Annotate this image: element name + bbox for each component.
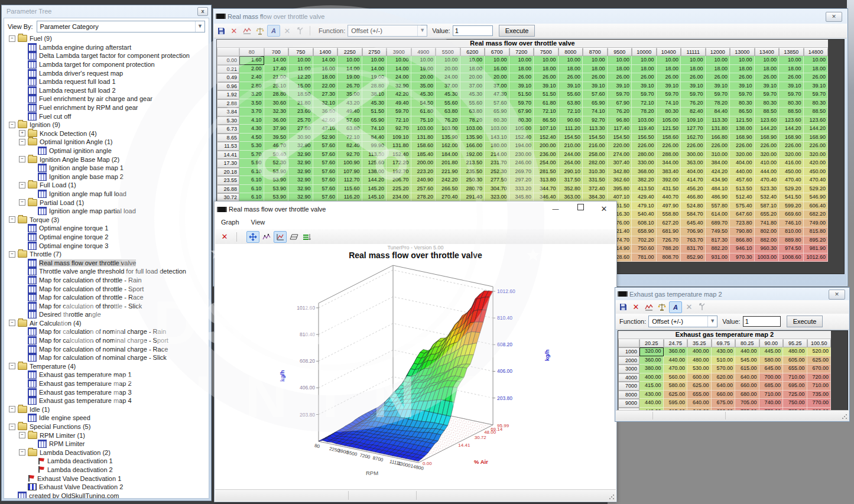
flow-window-titlebar[interactable]: Real mass flow over throttle valve ✕	[213, 9, 847, 24]
table-cell[interactable]: 352.80	[558, 185, 583, 194]
table-cell[interactable]: 26.00	[558, 73, 583, 82]
table-cell[interactable]: 440.00	[664, 356, 688, 365]
table-cell[interactable]: 39.10	[779, 82, 804, 91]
table-cell[interactable]: 685.00	[759, 382, 784, 391]
table-cell[interactable]: 404.00	[681, 168, 706, 177]
table-cell[interactable]: 27.30	[313, 90, 338, 99]
table-cell[interactable]: 214.00	[485, 151, 509, 160]
table-cell[interactable]: 529.20	[779, 185, 804, 194]
table-cell[interactable]: 660.00	[712, 391, 736, 399]
table-cell[interactable]: 35.00	[337, 90, 362, 99]
tree-item[interactable]: Lambda request full load 1	[4, 77, 209, 86]
tree-item[interactable]: −Lambda Deactivation (2)	[4, 448, 209, 457]
table-cell[interactable]: 599.20	[779, 202, 804, 211]
table-cell[interactable]: 80.30	[804, 99, 829, 108]
table-cell[interactable]: 24.00	[387, 73, 411, 82]
menu-view[interactable]: View	[245, 217, 271, 229]
table-cell[interactable]: 317.50	[558, 176, 583, 185]
table-cell[interactable]: 154.50	[583, 134, 608, 142]
table-cell[interactable]: 320.00	[779, 151, 804, 160]
table-cell[interactable]: 277.50	[485, 176, 509, 185]
table-cell[interactable]: 59.70	[755, 90, 780, 99]
table-cell[interactable]: 1003.00	[755, 253, 780, 262]
table-cell[interactable]: 702.20	[632, 236, 657, 245]
table-cell[interactable]: 112.70	[337, 176, 362, 185]
table-cell[interactable]: 484.10	[706, 185, 730, 194]
table-cell[interactable]: 655.00	[687, 391, 712, 399]
table-cell[interactable]: 700.00	[759, 373, 784, 382]
table-cell[interactable]: 105.00	[657, 116, 681, 125]
table-cell[interactable]: 22.00	[313, 82, 338, 91]
table-cell[interactable]: 342.80	[608, 168, 632, 177]
table-cell[interactable]: 180.00	[485, 142, 509, 151]
tree-item[interactable]: Exhaust gas temperature map 1	[4, 370, 209, 379]
table-cell[interactable]: 162.00	[436, 142, 460, 151]
collapse-icon[interactable]: −	[19, 432, 25, 438]
tree-item[interactable]: Lambda driver's request map	[4, 69, 209, 77]
table-cell[interactable]: 246.00	[509, 159, 534, 168]
table-cell[interactable]: 39.10	[509, 82, 534, 91]
table-cell[interactable]: 320.00	[639, 347, 664, 356]
table-cell[interactable]: 280.00	[632, 151, 657, 160]
table-cell[interactable]: 57.60	[313, 159, 338, 168]
table-cell[interactable]: 18.00	[755, 65, 780, 74]
view-by-select[interactable]: Parameter Category ▼	[37, 21, 205, 32]
table-cell[interactable]: 74.10	[362, 125, 387, 134]
table-cell[interactable]: 99.90	[362, 142, 387, 151]
table-cell[interactable]: 80.30	[485, 116, 509, 125]
table-cell[interactable]: 166.00	[460, 142, 485, 151]
function-select[interactable]: Offset (+/-) ▼	[648, 316, 717, 327]
table-cell[interactable]: 72.10	[558, 108, 583, 116]
table-cell[interactable]: 725.00	[783, 391, 807, 399]
table-cell[interactable]: 78.20	[632, 108, 657, 116]
table-cell[interactable]: 172.20	[387, 159, 411, 168]
table-cell[interactable]: 135.90	[436, 134, 460, 142]
save-icon[interactable]	[215, 25, 227, 36]
table-cell[interactable]: 470.40	[804, 176, 829, 185]
table-cell[interactable]: 107.90	[337, 168, 362, 177]
table-cell[interactable]: 32.90	[387, 82, 411, 91]
tree-item[interactable]: −Fuel (9)	[4, 34, 209, 43]
table-cell[interactable]: 20.00	[411, 73, 436, 82]
table-cell[interactable]: 158.60	[657, 134, 681, 142]
table-cell[interactable]: 57.60	[313, 185, 338, 194]
axis-swap-icon[interactable]	[696, 302, 708, 313]
table-cell[interactable]: 18.00	[558, 65, 583, 74]
table-cell[interactable]: 10.00	[730, 56, 755, 65]
tree-item[interactable]: Ignition angle map partial load	[4, 207, 209, 216]
table-cell[interactable]: 26.00	[755, 73, 780, 82]
table-cell[interactable]: 86.50	[534, 116, 558, 125]
graph-client-area[interactable]: TunerPro - Version 5.00 Real mass flow o…	[215, 244, 616, 490]
table-cell[interactable]: 121.50	[730, 116, 755, 125]
table-cell[interactable]: 113.30	[706, 116, 730, 125]
table-cell[interactable]: 6.10	[239, 176, 264, 185]
table-cell[interactable]: 274.00	[608, 151, 632, 160]
trace-icon[interactable]	[241, 25, 253, 36]
tree-item[interactable]: Optimal engine torque 1	[4, 224, 209, 233]
table-cell[interactable]: 107.10	[534, 125, 558, 134]
tree-item[interactable]: Lambda target for component protection	[4, 60, 209, 69]
tree-item[interactable]: Map for calculation of nominal charge - …	[4, 336, 209, 345]
collapse-icon[interactable]: −	[19, 182, 25, 188]
table-cell[interactable]: 57.60	[313, 168, 338, 177]
table-cell[interactable]: 45.30	[362, 99, 387, 108]
table-cell[interactable]: 440.00	[730, 168, 755, 177]
table-cell[interactable]: 710.00	[783, 373, 807, 382]
table-cell[interactable]: 51.50	[362, 108, 387, 116]
table-cell[interactable]: 400.00	[639, 373, 664, 382]
table-cell[interactable]: 223.20	[411, 168, 436, 177]
table-cell[interactable]: 25.70	[288, 116, 313, 125]
table-cell[interactable]: 410.00	[755, 159, 780, 168]
table-cell[interactable]: 250.30	[460, 176, 485, 185]
table-cell[interactable]: 226.00	[706, 142, 730, 151]
table-cell[interactable]: 264.00	[558, 159, 583, 168]
table-cell[interactable]: 225.20	[387, 185, 411, 194]
table-cell[interactable]: 59.70	[730, 90, 755, 99]
table-cell[interactable]: 166.80	[706, 134, 730, 142]
table-cell[interactable]: 47.30	[485, 90, 509, 99]
table-cell[interactable]: 297.20	[509, 176, 534, 185]
table-cell[interactable]: 72.10	[387, 116, 411, 125]
table-cell[interactable]: 154.50	[608, 134, 632, 142]
value-input[interactable]	[743, 316, 781, 327]
table-cell[interactable]: 26.00	[779, 73, 804, 82]
